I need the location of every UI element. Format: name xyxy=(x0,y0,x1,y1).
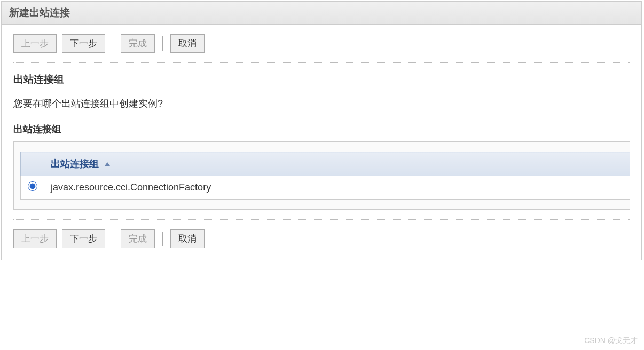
next-button-bottom[interactable]: 下一步 xyxy=(62,229,105,248)
radio-cell xyxy=(21,176,44,200)
back-button-bottom[interactable]: 上一步 xyxy=(13,229,57,248)
back-button-top[interactable]: 上一步 xyxy=(13,34,57,53)
panel-title: 新建出站连接 xyxy=(2,2,641,25)
sort-ascending-icon xyxy=(104,159,111,170)
group-name-cell: javax.resource.cci.ConnectionFactory xyxy=(44,176,630,200)
next-button-top[interactable]: 下一步 xyxy=(62,34,105,53)
group-column-header[interactable]: 出站连接组 xyxy=(44,152,630,176)
top-button-row: 上一步 下一步 完成 取消 xyxy=(13,34,630,63)
row-radio[interactable] xyxy=(28,181,37,191)
cancel-button-bottom[interactable]: 取消 xyxy=(170,229,205,248)
finish-button-bottom[interactable]: 完成 xyxy=(121,229,155,248)
button-separator xyxy=(113,36,113,51)
cancel-button-top[interactable]: 取消 xyxy=(170,34,205,53)
wizard-panel: 新建出站连接 上一步 下一步 完成 取消 出站连接组 您要在哪个出站连接组中创建… xyxy=(1,1,642,260)
panel-body: 上一步 下一步 完成 取消 出站连接组 您要在哪个出站连接组中创建实例? 出站连… xyxy=(2,25,641,260)
button-separator xyxy=(162,232,163,246)
table-label: 出站连接组 xyxy=(13,123,630,136)
connection-group-table: 出站连接组 javax xyxy=(20,152,630,200)
section-description: 您要在哪个出站连接组中创建实例? xyxy=(13,97,630,110)
table-container: 出站连接组 javax xyxy=(13,141,630,210)
section-title: 出站连接组 xyxy=(13,73,630,86)
svg-marker-0 xyxy=(105,162,110,166)
finish-button-top[interactable]: 完成 xyxy=(121,34,155,53)
table-row: javax.resource.cci.ConnectionFactory xyxy=(21,176,630,200)
button-separator xyxy=(162,36,163,51)
radio-column-header xyxy=(21,152,44,176)
bottom-button-row: 上一步 下一步 完成 取消 xyxy=(13,219,630,248)
column-header-text: 出站连接组 xyxy=(51,158,99,169)
button-separator xyxy=(113,232,113,246)
